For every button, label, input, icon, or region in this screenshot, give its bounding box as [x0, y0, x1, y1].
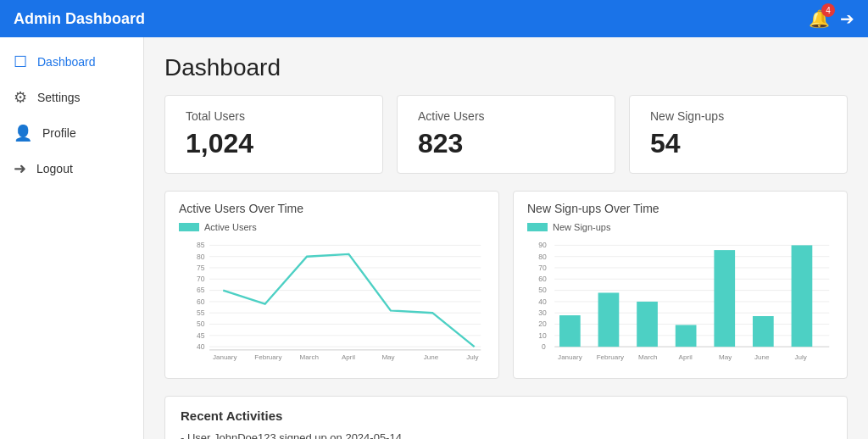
- svg-text:0: 0: [542, 342, 546, 351]
- svg-text:March: March: [638, 353, 657, 361]
- header: Admin Dashboard 🔔 4 ➔: [0, 0, 868, 37]
- svg-text:55: 55: [197, 308, 205, 317]
- activities-title: Recent Activities: [181, 408, 832, 423]
- svg-text:February: February: [597, 353, 625, 361]
- svg-text:65: 65: [197, 286, 205, 294]
- layout: ☐ Dashboard ⚙ Settings 👤 Profile ➜ Logou…: [0, 37, 868, 439]
- page-title: Dashboard: [164, 54, 848, 81]
- stat-cards: Total Users 1,024 Active Users 823 New S…: [164, 95, 848, 174]
- svg-text:10: 10: [538, 331, 547, 340]
- stat-card-total-users: Total Users 1,024: [164, 95, 383, 174]
- sidebar-item-settings[interactable]: ⚙ Settings: [0, 80, 143, 115]
- bar-jan: [559, 315, 581, 347]
- svg-text:40: 40: [538, 297, 547, 306]
- legend-color-active: [179, 223, 199, 231]
- notifications-button[interactable]: 🔔 4: [809, 8, 830, 29]
- sidebar-item-dashboard[interactable]: ☐ Dashboard: [0, 44, 143, 80]
- stat-card-new-signups: New Sign-ups 54: [629, 95, 848, 174]
- chart-active-users: Active Users Over Time Active Users 85 8…: [164, 191, 499, 379]
- svg-text:50: 50: [197, 320, 205, 328]
- legend-label-active: Active Users: [204, 222, 257, 232]
- svg-text:60: 60: [197, 297, 205, 306]
- legend-label-signups: New Sign-ups: [553, 222, 610, 232]
- sidebar-label-profile: Profile: [42, 126, 76, 140]
- bar-mar: [637, 302, 658, 347]
- stat-value-total-users: 1,024: [186, 128, 362, 159]
- dashboard-icon: ☐: [14, 53, 27, 71]
- activities-card: Recent Activities - User JohnDoe123 sign…: [164, 396, 848, 439]
- chart-active-users-title: Active Users Over Time: [179, 202, 485, 215]
- svg-text:70: 70: [197, 275, 205, 283]
- svg-text:May: May: [381, 353, 395, 361]
- svg-text:July: July: [794, 353, 807, 361]
- sidebar-item-logout[interactable]: ➜ Logout: [0, 151, 143, 186]
- svg-text:50: 50: [538, 286, 547, 294]
- svg-text:45: 45: [197, 331, 205, 340]
- svg-text:60: 60: [538, 275, 547, 283]
- svg-text:June: June: [424, 353, 439, 361]
- svg-text:July: July: [466, 353, 479, 361]
- svg-text:90: 90: [538, 241, 547, 249]
- svg-text:70: 70: [538, 264, 547, 272]
- bar-jul: [792, 245, 813, 347]
- line-chart-svg: 85 80 75 70 65 60 55 50 45 40: [179, 236, 485, 364]
- svg-text:January: January: [558, 353, 583, 361]
- svg-text:April: April: [342, 353, 355, 361]
- bar-feb: [598, 292, 620, 347]
- svg-text:February: February: [254, 353, 282, 361]
- svg-text:80: 80: [538, 253, 547, 261]
- stat-label-new-signups: New Sign-ups: [650, 109, 826, 123]
- stat-value-active-users: 823: [418, 128, 594, 159]
- sidebar-label-settings: Settings: [37, 91, 81, 104]
- stat-label-total-users: Total Users: [186, 109, 362, 123]
- activity-item-0: - User JohnDoe123 signed up on 2024-05-1…: [181, 431, 832, 439]
- main-content: Dashboard Total Users 1,024 Active Users…: [144, 37, 868, 439]
- header-icons: 🔔 4 ➔: [809, 8, 854, 29]
- sidebar-item-profile[interactable]: 👤 Profile: [0, 115, 143, 151]
- notification-badge: 4: [821, 3, 835, 17]
- svg-text:30: 30: [538, 308, 547, 317]
- stat-label-active-users: Active Users: [418, 109, 594, 123]
- bar-may: [714, 250, 735, 347]
- chart-active-users-legend: Active Users: [179, 222, 485, 232]
- bar-apr: [676, 325, 697, 347]
- bar-jun: [753, 316, 774, 347]
- chart-new-signups-legend: New Sign-ups: [527, 222, 833, 232]
- header-title: Admin Dashboard: [14, 10, 145, 28]
- svg-text:40: 40: [197, 342, 205, 351]
- legend-color-signups: [527, 223, 548, 231]
- stat-card-active-users: Active Users 823: [397, 95, 615, 174]
- chart-new-signups-title: New Sign-ups Over Time: [527, 202, 833, 215]
- svg-text:75: 75: [197, 264, 205, 272]
- svg-text:March: March: [300, 353, 319, 361]
- svg-text:80: 80: [197, 253, 205, 261]
- sidebar: ☐ Dashboard ⚙ Settings 👤 Profile ➜ Logou…: [0, 37, 144, 439]
- charts-row: Active Users Over Time Active Users 85 8…: [164, 191, 848, 379]
- svg-text:June: June: [754, 353, 770, 361]
- logout-nav-icon: ➜: [14, 159, 26, 178]
- profile-icon: 👤: [14, 124, 32, 142]
- svg-text:20: 20: [538, 320, 547, 328]
- svg-text:April: April: [679, 353, 693, 361]
- sidebar-label-dashboard: Dashboard: [37, 55, 96, 69]
- svg-text:January: January: [213, 353, 238, 361]
- svg-text:85: 85: [197, 241, 205, 249]
- stat-value-new-signups: 54: [650, 128, 826, 159]
- sidebar-label-logout: Logout: [36, 162, 73, 175]
- logout-icon[interactable]: ➔: [840, 8, 854, 29]
- svg-text:May: May: [719, 353, 732, 361]
- settings-icon: ⚙: [14, 88, 27, 107]
- chart-new-signups: New Sign-ups Over Time New Sign-ups 0 10…: [513, 191, 848, 379]
- bar-chart-svg: 0 10 20 30 40 50 60 70 80 90: [527, 236, 833, 364]
